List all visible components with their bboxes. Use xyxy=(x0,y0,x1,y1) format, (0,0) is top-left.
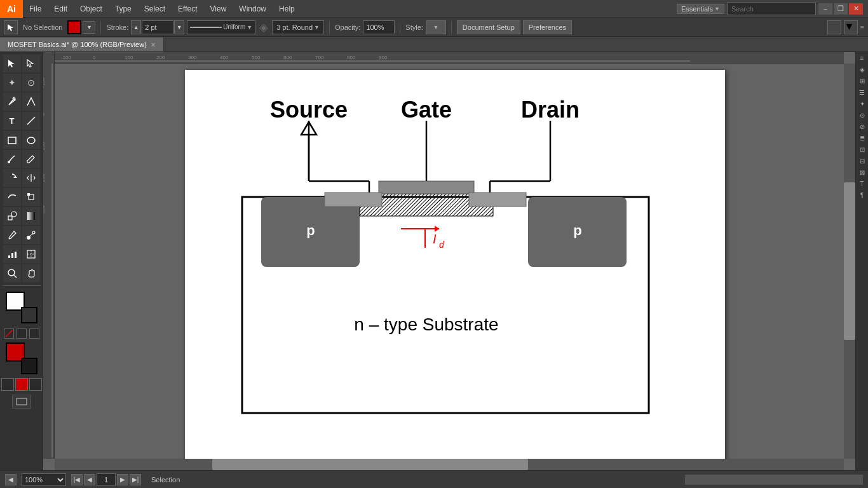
page-prev-button[interactable]: ◀ xyxy=(84,474,95,485)
svg-text:300: 300 xyxy=(43,205,46,214)
screen-mode-button[interactable] xyxy=(12,395,31,409)
free-transform-tool[interactable] xyxy=(22,188,40,206)
mirror-tool[interactable] xyxy=(22,169,40,187)
menu-select[interactable]: Select xyxy=(138,0,172,17)
white-box-icon[interactable] xyxy=(17,329,27,339)
panel-collapse-icon[interactable]: ≡ xyxy=(860,24,864,31)
svg-point-6 xyxy=(27,137,35,144)
stroke-cap-dropdown[interactable]: 3 pt. Round ▼ xyxy=(272,20,324,34)
gradient-icon[interactable] xyxy=(29,329,39,339)
active-stroke-box[interactable] xyxy=(21,358,37,374)
menu-object[interactable]: Object xyxy=(74,0,109,17)
document-setup-button[interactable]: Document Setup xyxy=(457,20,520,34)
panel-icon-10[interactable]: ⊟ xyxy=(858,158,867,166)
search-input[interactable] xyxy=(727,3,816,15)
page-last-button[interactable]: ▶| xyxy=(130,474,141,485)
panel-icon-4[interactable]: ☰ xyxy=(858,89,867,98)
separator-1 xyxy=(100,21,101,34)
minimize-button[interactable]: − xyxy=(818,3,832,15)
panel-icon-9[interactable]: ⊡ xyxy=(858,146,867,155)
menu-edit[interactable]: Edit xyxy=(48,0,74,17)
status-bar-area xyxy=(685,475,863,485)
right-tool-1[interactable] xyxy=(827,20,841,34)
menu-view[interactable]: View xyxy=(204,0,233,17)
zoom-select[interactable]: 100% 50% 200% xyxy=(22,473,66,486)
menu-bar: Ai File Edit Object Type Select Effect V… xyxy=(0,0,868,18)
artboard-prev-button[interactable]: ◀ xyxy=(5,474,17,485)
page-first-button[interactable]: |◀ xyxy=(71,474,83,485)
gradient-tool[interactable] xyxy=(22,207,40,225)
stroke-width-input[interactable] xyxy=(142,20,173,34)
panel-icon-1[interactable]: ≡ xyxy=(858,55,867,64)
selection-tool-icon[interactable] xyxy=(4,20,18,34)
stroke-label: Stroke: xyxy=(106,24,128,31)
horizontal-scrollbar[interactable] xyxy=(55,459,844,470)
anchor-tool[interactable] xyxy=(22,93,40,111)
panel-icon-2[interactable]: ◈ xyxy=(858,66,867,75)
horizontal-scroll-thumb[interactable] xyxy=(212,459,528,470)
stroke-up-arrow[interactable]: ▲ xyxy=(131,20,141,34)
draw-mode-button[interactable] xyxy=(15,378,28,391)
tab-close-button[interactable]: ✕ xyxy=(151,41,156,48)
stroke-cap-icon: ◈ xyxy=(258,20,269,34)
vertical-scroll-thumb[interactable] xyxy=(844,182,855,341)
right-tool-2[interactable]: ▼ xyxy=(844,20,858,34)
page-next-button[interactable]: ▶ xyxy=(117,474,128,485)
stroke-color-picker-button[interactable]: ▼ xyxy=(83,21,95,34)
panel-icon-6[interactable]: ⊙ xyxy=(858,112,867,121)
menu-effect[interactable]: Effect xyxy=(172,0,203,17)
menu-file[interactable]: File xyxy=(23,0,48,17)
eyedropper-tool[interactable] xyxy=(3,226,21,244)
tool-row-5 xyxy=(3,131,40,149)
essentials-dropdown[interactable]: Essentials ▼ xyxy=(677,4,724,14)
selection-tool[interactable] xyxy=(3,55,21,72)
panel-icon-8[interactable]: ≣ xyxy=(858,135,867,144)
pen-tool[interactable] xyxy=(3,93,21,111)
document-tab[interactable]: MOSFET Basics.ai* @ 100% (RGB/Preview) ✕ xyxy=(0,37,164,51)
zoom-tool[interactable] xyxy=(3,264,21,282)
preferences-button[interactable]: Preferences xyxy=(523,20,572,34)
style-dropdown[interactable]: ▼ xyxy=(426,20,446,34)
column-graph-tool[interactable] xyxy=(3,245,21,263)
stroke-style-dropdown[interactable]: Uniform ▼ xyxy=(187,20,255,34)
panel-icon-12[interactable]: T xyxy=(858,180,867,189)
panel-icon-5[interactable]: ✦ xyxy=(858,100,867,109)
normal-mode-button[interactable] xyxy=(1,378,14,391)
panel-icon-7[interactable]: ⊘ xyxy=(858,123,867,132)
warp-tool[interactable] xyxy=(3,188,21,206)
page-number-input[interactable] xyxy=(97,473,116,486)
rotate-tool[interactable] xyxy=(3,169,21,187)
paintbrush-tool[interactable] xyxy=(3,150,21,168)
menu-window[interactable]: Window xyxy=(233,0,273,17)
panel-icon-13[interactable]: ¶ xyxy=(858,192,867,201)
hand-tool[interactable] xyxy=(22,264,40,282)
close-button[interactable]: ✕ xyxy=(849,3,863,15)
vertical-scrollbar[interactable] xyxy=(844,64,855,459)
stroke-down-arrow[interactable]: ▼ xyxy=(174,20,184,34)
stroke-color-swatch[interactable] xyxy=(67,20,81,34)
svg-line-4 xyxy=(27,117,35,125)
none-icon[interactable] xyxy=(4,329,14,339)
rectangle-tool[interactable] xyxy=(3,131,21,149)
pencil-tool[interactable] xyxy=(22,150,40,168)
opacity-input[interactable] xyxy=(363,20,395,34)
lasso-tool[interactable]: ⊙ xyxy=(22,74,40,92)
expand-mode-button[interactable] xyxy=(29,378,42,391)
ai-logo: Ai xyxy=(0,0,23,18)
restore-button[interactable]: ❐ xyxy=(834,3,848,15)
svg-point-15 xyxy=(32,231,35,234)
type-tool[interactable]: T xyxy=(3,112,21,130)
ellipse-tool[interactable] xyxy=(22,131,40,149)
menu-help[interactable]: Help xyxy=(273,0,301,17)
menu-type[interactable]: Type xyxy=(109,0,138,17)
tool-row-1 xyxy=(3,55,40,72)
line-tool[interactable] xyxy=(22,112,40,130)
shape-builder-tool[interactable] xyxy=(3,207,21,225)
direct-selection-tool[interactable] xyxy=(22,55,40,72)
blend-tool[interactable] xyxy=(22,226,40,244)
panel-icon-11[interactable]: ⊠ xyxy=(858,169,867,178)
magic-wand-tool[interactable]: ✦ xyxy=(3,74,21,92)
slice-tool[interactable] xyxy=(22,245,40,263)
stroke-color-box[interactable] xyxy=(21,307,37,323)
panel-icon-3[interactable]: ⊞ xyxy=(858,78,867,86)
